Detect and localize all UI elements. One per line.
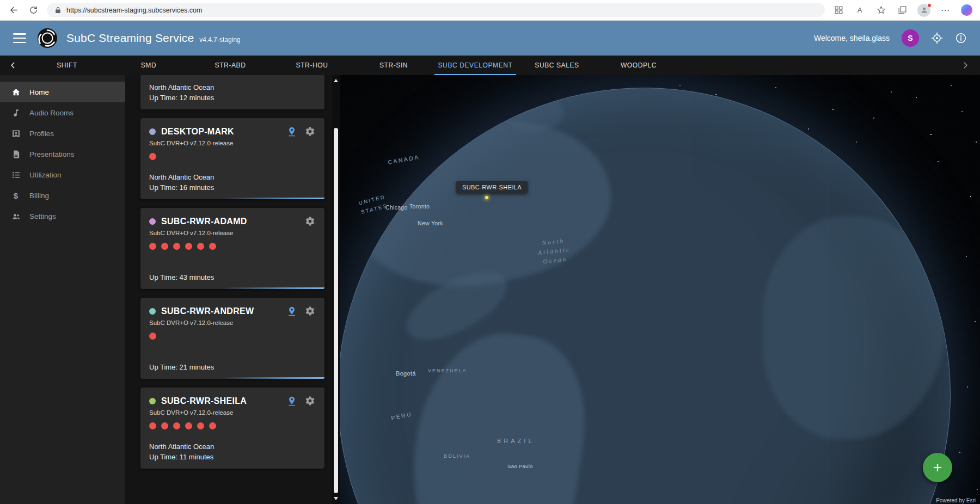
settings-gear-icon[interactable] (305, 396, 316, 407)
sidebar-item-utilization[interactable]: Utilization (0, 164, 125, 185)
tab-str-hou[interactable]: STR-HOU (271, 56, 353, 75)
sidebar-item-label: Settings (29, 212, 56, 220)
map-label-chicago: Chicago (385, 204, 408, 211)
device-uptime: Up Time: 43 minutes (149, 273, 316, 281)
profile-badge-icon (11, 128, 21, 138)
tab-str-abd[interactable]: STR-ABD (189, 56, 271, 75)
profile-notification-dot (927, 3, 932, 8)
sidebar-item-billing[interactable]: $ Billing (0, 185, 125, 206)
tab-shift[interactable]: SHIFT (26, 56, 108, 75)
url-text: https://subcstream-staging.subcservices.… (66, 7, 202, 14)
status-dot-red (161, 422, 168, 429)
browser-actions: A ··· (832, 4, 972, 17)
device-location (149, 353, 316, 361)
sidebar-item-label: Audio Rooms (29, 109, 74, 117)
back-icon[interactable] (8, 4, 20, 16)
tab-subc-development[interactable]: SUBC DEVELOPMENT (434, 56, 516, 75)
status-dot-red (185, 243, 192, 250)
tab-str-sin[interactable]: STR-SIN (353, 56, 434, 75)
tabs-scroll-right-icon[interactable] (951, 56, 980, 75)
location-pin-icon[interactable] (286, 126, 297, 137)
device-location: North Atlantic Ocean (149, 83, 316, 92)
document-icon (11, 149, 21, 159)
refresh-icon[interactable] (27, 4, 39, 16)
address-bar[interactable]: https://subcstream-staging.subcservices.… (47, 3, 825, 17)
copilot-icon[interactable] (961, 4, 972, 16)
sidebar-item-settings[interactable]: Settings (0, 206, 125, 226)
device-status-dot (149, 128, 156, 135)
scroll-up-icon[interactable] (334, 79, 338, 82)
status-dot-red (197, 243, 204, 250)
sidebar: Home Audio Rooms Profiles Presentations … (0, 75, 125, 504)
tab-subc-sales[interactable]: SUBC SALES (516, 56, 598, 75)
subc-logo (37, 28, 58, 48)
status-dot-red (149, 153, 156, 160)
device-card-subc-rwr-sheila[interactable]: SUBC-RWR-SHEILA SubC DVR+O v7.12.0-relea… (140, 388, 324, 469)
map-label-toronto: Toronto (409, 203, 430, 210)
status-dot-red (173, 422, 180, 429)
device-uptime: Up Time: 11 minutes (149, 453, 316, 461)
settings-gear-icon[interactable] (305, 306, 316, 317)
device-list-scrollbar (332, 75, 340, 504)
device-card-partial[interactable]: North Atlantic Ocean Up Time: 12 minutes (140, 75, 324, 109)
info-icon[interactable] (955, 32, 967, 44)
app-header: SubC Streaming Service v4.4.7-staging We… (0, 21, 980, 56)
sidebar-item-audio-rooms[interactable]: Audio Rooms (0, 102, 125, 123)
sidebar-item-presentations[interactable]: Presentations (0, 144, 125, 164)
globe-map[interactable]: CANADA UNITED STATES Chicago Toronto New… (340, 75, 980, 504)
location-pin-icon[interactable] (286, 396, 297, 407)
menu-hamburger-icon[interactable] (13, 33, 26, 43)
status-dot-red (185, 422, 192, 429)
map-label-north-atlantic-ocean: North Atlantic Ocean (530, 235, 579, 268)
apps-grid-icon[interactable] (832, 4, 844, 16)
stream-status-dots (149, 153, 316, 160)
favorites-star-icon[interactable] (875, 4, 887, 16)
browser-menu-icon[interactable]: ··· (940, 4, 952, 16)
org-tab-bar: SHIFT SMD STR-ABD STR-HOU STR-SIN SUBC D… (0, 56, 980, 75)
collections-icon[interactable] (896, 4, 908, 16)
device-name: SUBC-RWR-SHEILA (161, 396, 247, 406)
device-card-subc-rwr-andrew[interactable]: SUBC-RWR-ANDREW SubC DVR+O v7.12.0-relea… (140, 298, 324, 379)
welcome-text: Welcome, sheila.glass (814, 34, 890, 42)
sidebar-item-label: Home (29, 88, 49, 96)
browser-toolbar: https://subcstream-staging.subcservices.… (0, 0, 980, 21)
status-dot-red (161, 243, 168, 250)
tab-smd[interactable]: SMD (108, 56, 189, 75)
device-uptime: Up Time: 16 minutes (149, 183, 316, 192)
map-label-sao-paulo: Sao Paulo (507, 463, 533, 469)
settings-gear-icon[interactable] (305, 126, 316, 137)
sidebar-item-label: Utilization (29, 171, 62, 179)
map-label-canada: CANADA (387, 153, 420, 165)
tabs-scroll-left-icon[interactable] (0, 56, 26, 75)
device-card-desktop-mark[interactable]: DESKTOP-MARK SubC DVR+O v7.12.0-release … (140, 118, 324, 199)
status-dot-red (149, 333, 156, 340)
device-list: North Atlantic Ocean Up Time: 12 minutes… (125, 75, 332, 504)
tab-woodplc[interactable]: WOODPLC (598, 56, 679, 75)
status-dot-red (149, 422, 156, 429)
browser-profile-avatar[interactable] (917, 4, 930, 17)
device-card-subc-rwr-adamd[interactable]: SUBC-RWR-ADAMD SubC DVR+O v7.12.0-releas… (140, 208, 324, 289)
map-label-bogota: Bogotá (396, 370, 416, 377)
map-label-new-york: New York (418, 220, 443, 226)
settings-gear-icon[interactable] (305, 216, 316, 227)
people-icon (11, 211, 21, 221)
sidebar-item-profiles[interactable]: Profiles (0, 123, 125, 144)
locate-crosshair-icon[interactable] (931, 32, 943, 44)
status-dot-red (209, 243, 216, 250)
sidebar-item-label: Presentations (29, 150, 75, 158)
device-map-marker[interactable] (485, 196, 488, 199)
device-name: DESKTOP-MARK (161, 127, 234, 137)
read-aloud-icon[interactable]: A (854, 4, 866, 16)
location-pin-icon[interactable] (286, 306, 297, 317)
device-uptime: Up Time: 21 minutes (149, 363, 316, 371)
device-location: North Atlantic Ocean (149, 442, 316, 451)
device-location: North Atlantic Ocean (149, 173, 316, 182)
scrollbar-thumb[interactable] (334, 128, 338, 493)
device-name: SUBC-RWR-ANDREW (161, 306, 254, 316)
sidebar-item-home[interactable]: Home (0, 82, 125, 102)
add-fab-button[interactable]: + (923, 453, 952, 482)
scroll-down-icon[interactable] (334, 497, 338, 500)
stream-status-dots (149, 243, 316, 250)
user-avatar[interactable]: S (902, 29, 919, 47)
device-version: SubC DVR+O v7.12.0-release (149, 140, 316, 146)
